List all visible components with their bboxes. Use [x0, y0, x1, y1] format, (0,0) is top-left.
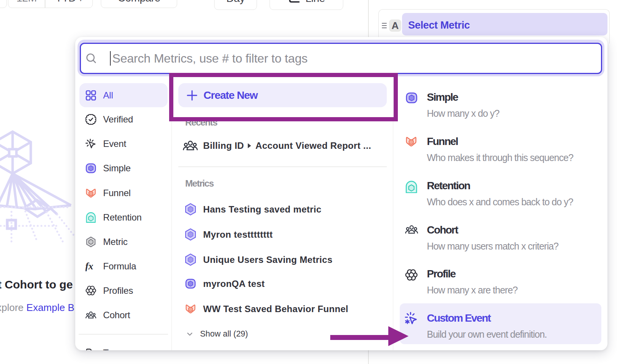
svg-text:fx: fx	[86, 261, 94, 272]
